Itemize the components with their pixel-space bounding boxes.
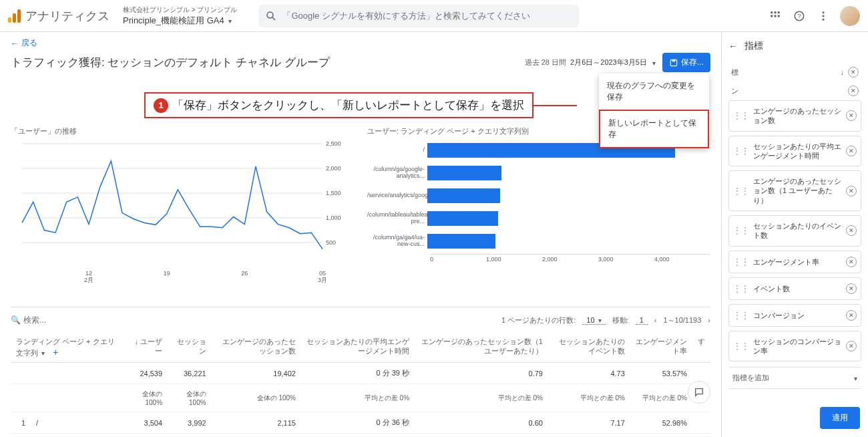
add-dimension-icon[interactable]: +	[53, 347, 58, 357]
logo-area: アナリティクス	[8, 8, 110, 24]
table-search-input[interactable]	[21, 313, 126, 327]
metrics-sidebar: ← 指標 標↓✕ ン✕ ⋮⋮エンゲージのあったセッション数✕⋮⋮セッションあたり…	[721, 32, 868, 437]
svg-text:2,000: 2,000	[326, 165, 341, 172]
apply-button[interactable]: 適用	[820, 407, 860, 429]
metric-item[interactable]: ⋮⋮エンゲージのあったセッション数✕	[728, 100, 861, 132]
metric-item[interactable]: ⋮⋮セッションのコンバージョン率✕	[728, 331, 861, 362]
svg-text:1,500: 1,500	[326, 190, 341, 196]
rows-per-page-select[interactable]: 10	[582, 316, 605, 325]
remove-icon[interactable]: ✕	[846, 225, 857, 236]
svg-text:05: 05	[319, 270, 326, 277]
save-menu-item-new-report[interactable]: 新しいレポートとして保存	[599, 110, 709, 148]
drag-icon[interactable]: ⋮⋮	[733, 111, 749, 120]
column-header[interactable]: ↓ ユーザー	[124, 333, 168, 363]
table-controls: 🔍 1 ページあたりの行数: 10 移動: 1 ‹ 1～10/1193 ›	[11, 307, 710, 333]
svg-text:12: 12	[85, 270, 92, 277]
line-chart-title: 「ユーザー」の推移	[11, 126, 354, 136]
column-header[interactable]: エンゲージのあったセッション数	[212, 333, 301, 363]
metric-item[interactable]: ⋮⋮エンゲージメント率✕	[728, 251, 861, 273]
drag-icon[interactable]: ⋮⋮	[733, 186, 749, 196]
go-to-input[interactable]: 1	[636, 316, 648, 325]
sidebar-title: 指標	[744, 40, 763, 52]
save-button[interactable]: 保存...	[662, 53, 710, 72]
bar-row: /service/analytics/googleana...	[367, 186, 710, 206]
search-input[interactable]	[258, 5, 579, 27]
date-range-picker[interactable]: 過去 28 日間 2月6日～2023年3月5日	[525, 57, 656, 67]
metric-label: コンバージョン	[753, 311, 842, 320]
svg-text:3月: 3月	[318, 277, 327, 283]
brand-name: アナリティクス	[25, 8, 110, 24]
remove-icon[interactable]: ✕	[846, 310, 857, 321]
feedback-button[interactable]	[688, 381, 710, 404]
column-header[interactable]: エンゲージのあったセッション数（1 ユーザーあたり）	[415, 333, 548, 363]
metric-item[interactable]: ⋮⋮セッションあたりのイベント数✕	[728, 215, 861, 247]
annotation-text: 「保存」ボタンをクリックし、「新しいレポートとして保存」を選択	[172, 98, 524, 113]
sidebar-partial-item-2[interactable]: ン✕	[728, 82, 861, 100]
svg-text:19: 19	[164, 270, 170, 277]
drag-icon[interactable]: ⋮⋮	[733, 257, 749, 267]
svg-rect-3	[775, 11, 777, 13]
apps-icon[interactable]	[768, 9, 783, 23]
line-chart-card: 「ユーザー」の推移 122月1926053月 5001,0001,5002,00…	[11, 126, 354, 300]
prev-page-icon[interactable]: ‹	[654, 316, 657, 324]
app-header: アナリティクス 株式会社プリンシプル > プリンシプル Principle_機能…	[0, 0, 868, 32]
table-row[interactable]: 2(not set)2,7914,0321350 分 06 秒0.052.063…	[11, 434, 710, 437]
search-container	[258, 5, 579, 27]
bar-chart: //column/ga/google-analytics.../service/…	[367, 140, 710, 287]
avatar[interactable]	[840, 6, 860, 26]
column-header[interactable]: セッション	[168, 333, 212, 363]
drag-icon[interactable]: ⋮⋮	[733, 284, 749, 293]
next-page-icon[interactable]: ›	[708, 316, 710, 324]
metric-item[interactable]: ⋮⋮イベント数✕	[728, 277, 861, 300]
column-header[interactable]: セッションあたりのイベント数	[548, 333, 630, 363]
line-chart: 122月1926053月 5001,0001,5002,0002,500	[11, 140, 354, 287]
drag-icon[interactable]: ⋮⋮	[733, 311, 749, 320]
bar-fill	[427, 166, 501, 180]
go-to-label: 移動:	[612, 315, 629, 325]
remove-icon[interactable]: ✕	[846, 257, 857, 267]
column-header[interactable]: す	[692, 333, 710, 363]
add-metric-button[interactable]: 指標を追加	[728, 367, 861, 389]
svg-point-10	[823, 11, 825, 13]
sidebar-partial-item-1[interactable]: 標↓✕	[728, 63, 861, 82]
bar-row: /column/ga/ga4/ua-new-cus...	[367, 231, 710, 251]
column-header[interactable]: セッションあたりの平均エンゲージメント時間	[301, 333, 415, 363]
table-row[interactable]: 1/3,5043,9922,1150 分 36 秒0.607.1752.98%	[11, 412, 710, 434]
bar-chart-card: ユーザー: ランディング ページ + クエリ文字列別 //column/ga/g…	[367, 126, 710, 300]
remove-icon[interactable]: ✕	[846, 341, 857, 351]
property-name: Principle_機能検証用 GA4	[123, 15, 237, 27]
annotation-connector	[533, 105, 577, 106]
bar-fill	[427, 234, 495, 249]
remove-icon[interactable]: ✕	[846, 283, 857, 294]
metric-label: エンゲージメント率	[753, 257, 842, 267]
back-arrow-icon[interactable]: ←	[728, 41, 738, 51]
svg-rect-2	[771, 11, 773, 13]
property-selector[interactable]: 株式会社プリンシプル > プリンシプル Principle_機能検証用 GA4	[123, 5, 237, 27]
metric-item[interactable]: ⋮⋮セッションあたりの平均エンゲージメント時間✕	[728, 136, 861, 167]
remove-icon[interactable]: ✕	[846, 186, 857, 196]
save-menu-item-overwrite[interactable]: 現在のグラフへの変更を保存	[599, 74, 709, 110]
metric-item[interactable]: ⋮⋮エンゲージのあったセッション数（1 ユーザーあたり）✕	[728, 170, 861, 211]
column-header[interactable]: エンゲージメント率	[630, 333, 692, 363]
search-icon	[265, 10, 277, 22]
drag-icon[interactable]: ⋮⋮	[733, 341, 749, 351]
back-link[interactable]: ← 戻る	[11, 37, 710, 49]
remove-icon[interactable]: ✕	[846, 146, 857, 156]
help-icon[interactable]: ?	[792, 9, 807, 23]
svg-text:2月: 2月	[84, 277, 93, 283]
bar-label: /	[367, 147, 427, 154]
bar-fill	[427, 211, 498, 226]
drag-icon[interactable]: ⋮⋮	[733, 146, 749, 156]
metric-item[interactable]: ⋮⋮コンバージョン✕	[728, 304, 861, 327]
more-icon[interactable]	[816, 9, 831, 23]
svg-point-12	[823, 18, 825, 20]
svg-rect-7	[778, 15, 780, 17]
metric-label: エンゲージのあったセッション数（1 ユーザーあたり）	[753, 176, 842, 205]
chevron-down-icon	[227, 15, 232, 25]
drag-icon[interactable]: ⋮⋮	[733, 226, 749, 235]
bar-row: /column/ga/google-analytics...	[367, 163, 710, 183]
metric-label: イベント数	[753, 284, 842, 293]
dimension-header[interactable]: ランディング ページ + クエリ文字列 +	[11, 333, 124, 363]
remove-icon[interactable]: ✕	[846, 110, 857, 121]
search-icon-small: 🔍	[11, 315, 21, 325]
